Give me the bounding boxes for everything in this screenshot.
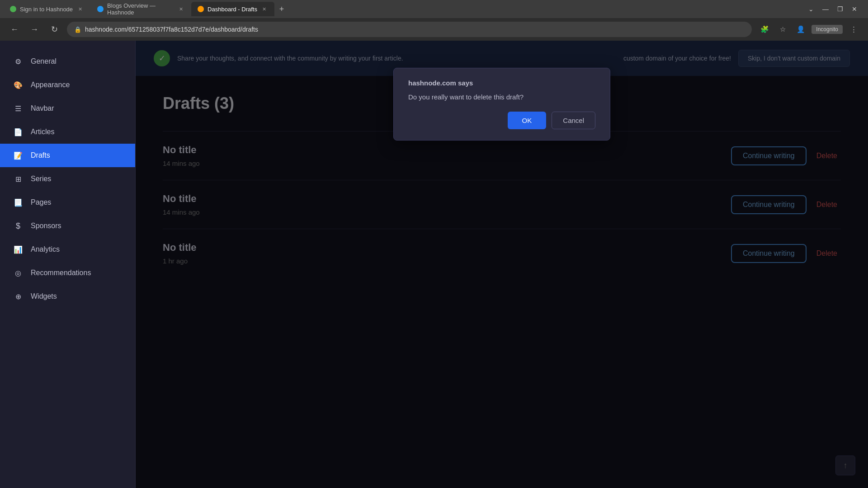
sidebar-item-appearance[interactable]: 🎨 Appearance xyxy=(0,73,135,97)
tab1-close[interactable]: ✕ xyxy=(76,5,84,13)
sidebar-label-appearance: Appearance xyxy=(31,81,70,89)
star-button[interactable]: ☆ xyxy=(775,22,790,37)
sidebar-label-navbar: Navbar xyxy=(31,104,54,113)
dialog-cancel-button[interactable]: Cancel xyxy=(552,112,595,129)
widgets-icon: ⊕ xyxy=(13,291,24,302)
navbar-icon: ☰ xyxy=(13,103,24,114)
sidebar-item-drafts[interactable]: 📝 Drafts xyxy=(0,144,135,167)
maximize-button[interactable]: ❐ xyxy=(834,3,846,15)
window-dropdown[interactable]: ⌄ xyxy=(805,3,817,15)
tab-dashboard-drafts[interactable]: Dashboard - Drafts ✕ xyxy=(191,2,274,16)
sidebar: ⚙ General 🎨 Appearance ☰ Navbar 📄 Articl… xyxy=(0,41,136,488)
sidebar-label-widgets: Widgets xyxy=(31,292,57,300)
dialog-message: Do you really want to delete this draft? xyxy=(408,93,595,101)
dialog-box: hashnode.com says Do you really want to … xyxy=(393,68,610,141)
sidebar-label-recommendations: Recommendations xyxy=(31,269,91,277)
tab1-favicon xyxy=(10,6,16,12)
sidebar-label-series: Series xyxy=(31,175,51,183)
incognito-badge: Incognito xyxy=(811,25,843,34)
tab-sign-in[interactable]: Sign in to Hashnode ✕ xyxy=(4,2,90,16)
sidebar-item-navbar[interactable]: ☰ Navbar xyxy=(0,97,135,120)
series-icon: ⊞ xyxy=(13,174,24,184)
forward-button[interactable]: → xyxy=(27,22,42,37)
sidebar-item-sponsors[interactable]: $ Sponsors xyxy=(0,214,135,238)
dialog-ok-button[interactable]: OK xyxy=(508,112,547,129)
sidebar-item-analytics[interactable]: 📊 Analytics xyxy=(0,238,135,261)
sidebar-label-analytics: Analytics xyxy=(31,245,60,253)
dialog-overlay: hashnode.com says Do you really want to … xyxy=(136,41,868,488)
sidebar-item-pages[interactable]: 📃 Pages xyxy=(0,191,135,214)
dialog-site: hashnode.com says xyxy=(408,79,595,87)
minimize-button[interactable]: — xyxy=(819,3,832,15)
analytics-icon: 📊 xyxy=(13,244,24,255)
tab2-favicon xyxy=(97,6,104,12)
profile-button[interactable]: 👤 xyxy=(793,22,808,37)
general-icon: ⚙ xyxy=(13,56,24,67)
window-controls: ⌄ — ❐ ✕ xyxy=(805,3,864,15)
tab-bar: Sign in to Hashnode ✕ Blogs Overview — H… xyxy=(0,0,868,18)
address-bar: ← → ↻ 🔒 hashnode.com/6571258037f7fa8c152… xyxy=(0,18,868,41)
sidebar-label-general: General xyxy=(31,57,57,66)
browser-chrome: Sign in to Hashnode ✕ Blogs Overview — H… xyxy=(0,0,868,41)
tab3-label: Dashboard - Drafts xyxy=(208,6,257,13)
sidebar-label-sponsors: Sponsors xyxy=(31,222,61,230)
sponsors-icon: $ xyxy=(13,221,24,231)
main-layout: ⚙ General 🎨 Appearance ☰ Navbar 📄 Articl… xyxy=(0,41,868,488)
url-text: hashnode.com/6571258037f7fa8c152d7d7e/da… xyxy=(85,26,258,33)
pages-icon: 📃 xyxy=(13,197,24,208)
lock-icon: 🔒 xyxy=(74,26,81,33)
tab3-favicon xyxy=(198,6,204,12)
sidebar-item-general[interactable]: ⚙ General xyxy=(0,50,135,73)
appearance-icon: 🎨 xyxy=(13,80,24,90)
sidebar-label-drafts: Drafts xyxy=(31,151,50,160)
tab3-close[interactable]: ✕ xyxy=(261,5,268,13)
browser-menu-button[interactable]: ⋮ xyxy=(846,22,861,37)
sidebar-item-articles[interactable]: 📄 Articles xyxy=(0,120,135,144)
tab1-label: Sign in to Hashnode xyxy=(20,6,73,13)
new-tab-button[interactable]: + xyxy=(275,3,288,15)
back-button[interactable]: ← xyxy=(7,22,22,37)
extensions-button[interactable]: 🧩 xyxy=(757,22,772,37)
sidebar-label-articles: Articles xyxy=(31,128,54,136)
tab2-close[interactable]: ✕ xyxy=(178,5,184,13)
address-actions: 🧩 ☆ 👤 Incognito ⋮ xyxy=(757,22,861,37)
tab-blogs-overview[interactable]: Blogs Overview — Hashnode ✕ xyxy=(91,2,190,16)
sidebar-item-widgets[interactable]: ⊕ Widgets xyxy=(0,285,135,308)
content-area: ✓ Share your thoughts, and connect with … xyxy=(136,41,868,488)
sidebar-label-pages: Pages xyxy=(31,198,51,206)
sidebar-item-recommendations[interactable]: ◎ Recommendations xyxy=(0,261,135,285)
recommendations-icon: ◎ xyxy=(13,267,24,278)
tab2-label: Blogs Overview — Hashnode xyxy=(107,2,174,16)
dialog-buttons: OK Cancel xyxy=(408,112,595,129)
close-button[interactable]: ✕ xyxy=(848,3,861,15)
url-bar[interactable]: 🔒 hashnode.com/6571258037f7fa8c152d7d7e/… xyxy=(67,22,752,37)
articles-icon: 📄 xyxy=(13,127,24,137)
refresh-button[interactable]: ↻ xyxy=(47,22,61,37)
drafts-icon: 📝 xyxy=(13,150,24,161)
sidebar-item-series[interactable]: ⊞ Series xyxy=(0,167,135,191)
